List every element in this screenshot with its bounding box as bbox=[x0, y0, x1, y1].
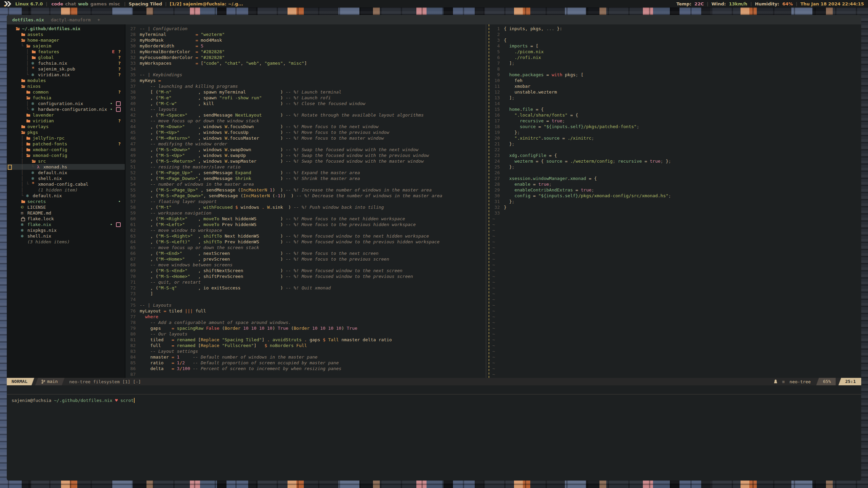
tree-item-fuchsia.nix[interactable]: │ ❄fuchsia.nix? bbox=[7, 60, 125, 66]
tree-item-badges: ? bbox=[118, 118, 121, 124]
tree-item-common[interactable]: common? bbox=[7, 89, 125, 95]
workspace-chat[interactable]: chat bbox=[65, 1, 76, 6]
tree-item-secrets[interactable]: secrets• bbox=[7, 199, 125, 204]
empty-buffer-line: ~ bbox=[490, 302, 861, 308]
tree-item-sajenimsk.pub[interactable]: │ *sajenim_sk.pub? bbox=[7, 66, 125, 72]
tree-guides: │ bbox=[16, 170, 32, 176]
tree-item-.githubdotfiles.nix[interactable]: ~/.github/dotfiles.nix bbox=[7, 26, 125, 32]
tree-item-badges: • bbox=[110, 101, 121, 106]
code-line-67: 67 , ("M-<Home>" , prevScreen ) -- %! Mo… bbox=[125, 256, 486, 262]
tree-item-sajenim[interactable]: └ sajenim bbox=[7, 43, 125, 49]
tree-item-xmobar-config[interactable]: │ xmobar-config bbox=[7, 147, 125, 152]
tree-item-src[interactable]: │ src bbox=[7, 158, 125, 164]
code-line-9: 9 home.packages = with pkgs; [ bbox=[490, 72, 861, 78]
tree-item-xmonad-config[interactable]: │ xmonad-config bbox=[7, 152, 125, 158]
tree-item-nixos[interactable]: nixos bbox=[7, 83, 125, 89]
tree-item-patched-fonts[interactable]: │ patched-fonts? bbox=[7, 141, 125, 147]
tab-dactyl-manuform[interactable]: dactyl-manuform bbox=[51, 17, 91, 22]
tree-item-lavender[interactable]: lavender bbox=[7, 112, 125, 118]
tab-dotfiles[interactable]: dotfiles.nix bbox=[12, 17, 44, 22]
tree-item-xmonad.hs[interactable]: │ └ λxmonad.hs bbox=[7, 164, 125, 170]
tree-item-LICENSE[interactable]: ©LICENSE bbox=[7, 204, 125, 210]
code-line-80: 80 -- Our layouts bbox=[125, 331, 486, 337]
workspace-misc[interactable]: misc bbox=[109, 1, 120, 6]
tree-item-viridian.nix[interactable]: └ ❄viridian.nix? bbox=[7, 72, 125, 78]
empty-buffer-line: ~ bbox=[490, 239, 861, 245]
tree-item-label: (1 hidden item) bbox=[38, 187, 78, 193]
neotree-panel[interactable]: ~/.github/dotfiles.nix assets home-manag… bbox=[7, 24, 125, 378]
empty-buffer-line: ~ bbox=[490, 216, 861, 222]
tree-item-features[interactable]: │ featuresE? bbox=[7, 49, 125, 55]
code-line-54: 54 -- number of windows in the master ar… bbox=[125, 181, 486, 187]
tree-item-flake.lock[interactable]: flake.lock bbox=[7, 216, 125, 222]
line-number: 21 bbox=[490, 141, 504, 147]
line-number: 25 bbox=[490, 164, 504, 170]
tree-item-default.nix[interactable]: └ ❄default.nix bbox=[7, 193, 125, 199]
empty-buffer-line: ~ bbox=[490, 227, 861, 233]
tree-cursor bbox=[8, 165, 12, 170]
tree-item-jellyfin-rpc[interactable]: │ jellyfin-rpc bbox=[7, 135, 125, 141]
folder-open-icon bbox=[26, 44, 33, 48]
tree-item-xmonad-config.cabal[interactable]: │ └ *xmonad-config.cabal bbox=[7, 181, 125, 187]
tree-item-home-manager[interactable]: home-manager bbox=[7, 37, 125, 43]
workspace-games[interactable]: games bbox=[90, 1, 106, 6]
code-line-82: 82 full = renamed [Replace "Fullscreen"]… bbox=[125, 343, 486, 348]
typed-command: scrot bbox=[120, 398, 134, 403]
tree-item-shell.nix[interactable]: │ ❄shell.nix bbox=[7, 176, 125, 181]
tree-guides bbox=[16, 227, 21, 233]
tree-item-modules[interactable]: modules bbox=[7, 78, 125, 83]
line-number: 3 bbox=[490, 37, 504, 43]
tree-item-default.nix[interactable]: │ ❄default.nix bbox=[7, 170, 125, 176]
tree-item-viridian[interactable]: viridian? bbox=[7, 118, 125, 124]
tree-item-label: secrets bbox=[27, 199, 46, 204]
code-line-63: 63 , ("M-S-<Right>" , shiftTo Next hidde… bbox=[125, 233, 486, 239]
tree-item-configuration.nix[interactable]: │ ❄configuration.nix• bbox=[7, 101, 125, 106]
editor-nix-file[interactable]: 1{ inputs, pkgs, ... }:23{4 imports = [5… bbox=[490, 24, 861, 378]
tree-item-global[interactable]: │ global? bbox=[7, 55, 125, 60]
line-number: 85 bbox=[125, 360, 140, 366]
tree-item-fuchsia[interactable]: fuchsia bbox=[7, 95, 125, 101]
code-line-48: 48 , ("M-S-<Down>" , windows W.swapDown … bbox=[125, 147, 486, 152]
untracked-badge: ? bbox=[118, 89, 121, 95]
tree-guides: │ └ bbox=[16, 164, 37, 170]
tree-guides: │ bbox=[16, 101, 32, 106]
tree-item-hardware-configuration.nix[interactable]: └ ❄hardware-configuration.nix• bbox=[7, 106, 125, 112]
tree-item-nixpkgs.nix[interactable]: ❄nixpkgs.nix bbox=[7, 227, 125, 233]
code-line-24: 24 wezterm = { source = ./wezterm/config… bbox=[490, 158, 861, 164]
nvim-cmdline[interactable] bbox=[7, 385, 861, 394]
line-number: 42 bbox=[125, 112, 140, 118]
untracked-badge: ? bbox=[118, 72, 121, 78]
tree-item-3hiddenitems[interactable]: (3 hidden items) bbox=[7, 239, 125, 245]
shell-pane[interactable]: sajenim@fuchsia ~/.github/dotfiles.nix ♥… bbox=[7, 394, 861, 481]
staged-badge bbox=[116, 107, 121, 112]
folder-open-icon bbox=[21, 38, 27, 42]
line-number: 74 bbox=[125, 297, 140, 302]
tree-item-label: default.nix bbox=[33, 193, 62, 199]
empty-buffer-line: ~ bbox=[490, 250, 861, 256]
line-number: 48 bbox=[125, 147, 140, 152]
mode-indicator: NORMAL bbox=[7, 378, 34, 385]
split-separator[interactable] bbox=[486, 24, 490, 378]
tree-item-label: hardware-configuration.nix bbox=[38, 106, 107, 112]
tree-item-1hiddenitem[interactable]: │ (1 hidden item) bbox=[7, 187, 125, 193]
tree-item-flake.nix[interactable]: ❄flake.nix• bbox=[7, 222, 125, 227]
editor-xmonad-hs[interactable]: 27-- | Configuration28myTerminal = "wezt… bbox=[125, 24, 486, 378]
empty-buffer-line: ~ bbox=[490, 291, 861, 297]
empty-buffer-line: ~ bbox=[490, 308, 861, 314]
tree-item-label: xmonad.hs bbox=[43, 164, 67, 170]
empty-buffer-line: ~ bbox=[490, 314, 861, 320]
tree-item-assets[interactable]: assets bbox=[7, 32, 125, 37]
untracked-badge: ? bbox=[118, 55, 121, 60]
tree-item-pkgs[interactable]: pkgs bbox=[7, 129, 125, 135]
line-number: 30 bbox=[125, 43, 140, 49]
new-tab-button[interactable]: + bbox=[97, 17, 100, 22]
folder-open-icon bbox=[21, 84, 27, 88]
code-line-11: 11 xmobar bbox=[490, 83, 861, 89]
workspace-web[interactable]: web bbox=[78, 1, 88, 6]
code-line-39: 39 , ("M-e" , spawn "rofi -show run" ) -… bbox=[125, 95, 486, 101]
tree-item-shell.nix[interactable]: ❄shell.nix bbox=[7, 233, 125, 239]
tree-guides: │ bbox=[16, 49, 32, 55]
workspace-code[interactable]: code bbox=[52, 1, 63, 6]
tree-item-overlays[interactable]: overlays bbox=[7, 124, 125, 129]
tree-item-README.md[interactable]: ▤README.md bbox=[7, 210, 125, 216]
